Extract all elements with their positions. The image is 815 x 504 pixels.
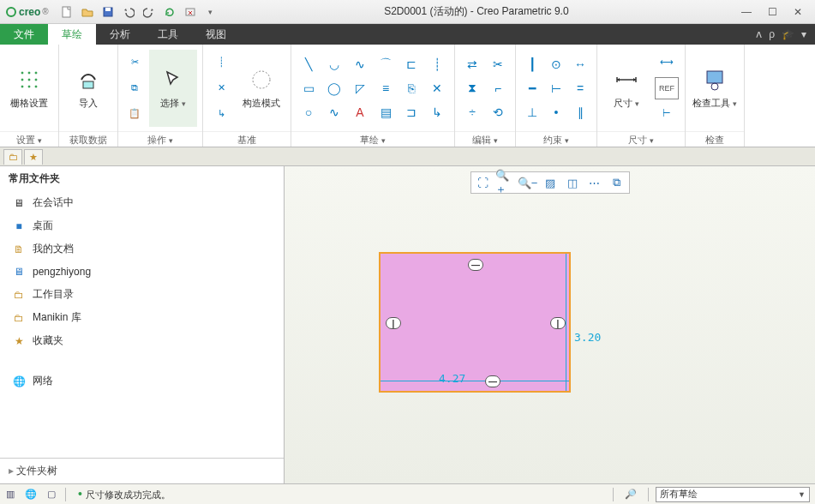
coinc-constraint-icon[interactable]: • — [545, 101, 567, 123]
delete-seg-icon[interactable]: ✂ — [486, 53, 510, 75]
group-label-dimension[interactable]: 尺寸 — [597, 131, 685, 147]
perp-constraint-icon[interactable]: ⊥ — [521, 101, 543, 123]
thicken-tool-icon[interactable]: ≡ — [374, 77, 398, 99]
nav-tab-folder-icon[interactable]: 🗀 — [3, 149, 22, 165]
group-label-edit[interactable]: 编辑 — [455, 131, 515, 147]
search-help-icon[interactable]: ρ — [769, 28, 775, 40]
sketch-rectangle[interactable] — [379, 252, 571, 393]
dimension-button[interactable]: 尺寸 — [602, 50, 650, 127]
ribbon-min-icon[interactable]: ʌ — [756, 28, 762, 40]
construction-mode-button[interactable]: 构造模式 — [237, 50, 285, 127]
group-label-operate[interactable]: 操作 — [118, 131, 202, 147]
close-window-icon[interactable] — [181, 3, 200, 21]
point-icon[interactable]: ✕ — [209, 77, 233, 99]
coord-tool-icon[interactable]: ↳ — [425, 101, 449, 123]
point-tool-icon[interactable]: ✕ — [425, 77, 449, 99]
spline-tool-icon[interactable]: ∿ — [348, 53, 372, 75]
datum-display-icon[interactable]: ⋯ — [584, 173, 605, 192]
sb-nav-icon[interactable]: ▥ — [0, 486, 21, 503]
tab-analysis[interactable]: 分析 — [96, 24, 144, 45]
palette-tool-icon[interactable]: ▤ — [374, 101, 398, 123]
maximize-button[interactable]: ☐ — [764, 6, 781, 18]
zoom-fit-icon[interactable]: ⛶ — [473, 173, 494, 192]
ord-dim-icon[interactable]: ⊢ — [655, 103, 679, 125]
folder-in-session[interactable]: 🖥在会话中 — [0, 191, 284, 214]
zoom-out-icon[interactable]: 🔍− — [518, 173, 538, 192]
dimension-height[interactable]: 3.20 — [574, 331, 601, 344]
qat-customize-icon[interactable]: ▾ — [201, 3, 220, 21]
sketch-geometry[interactable]: 4.27 3.20 — — | | — [379, 252, 574, 396]
redo-icon[interactable] — [140, 3, 159, 21]
vert-constraint-icon[interactable]: ┃ — [521, 53, 543, 75]
cut-icon[interactable]: ✂ — [123, 51, 147, 74]
offset-tool-icon[interactable]: ⊏ — [399, 53, 423, 75]
sb-browser-icon[interactable]: 🌐 — [21, 486, 41, 503]
centerline-icon[interactable]: ┊ — [209, 51, 233, 74]
select-button[interactable]: 选择 — [149, 50, 197, 127]
coord-icon[interactable]: ↳ — [209, 103, 233, 125]
corner-tool-icon[interactable]: ⌐ — [486, 77, 510, 99]
project-tool-icon[interactable]: ⎘ — [399, 77, 423, 99]
fillet-tool-icon[interactable]: ⌒ — [374, 53, 398, 75]
divide-tool-icon[interactable]: ÷ — [460, 101, 484, 123]
copy-icon[interactable]: ⧉ — [123, 77, 147, 99]
baseline-dim-icon[interactable]: ⟷ — [655, 51, 679, 74]
check-tools-button[interactable]: 检查工具 — [691, 50, 739, 127]
project2-tool-icon[interactable]: ⊐ — [399, 101, 423, 123]
parallel-constraint-icon[interactable]: ∥ — [569, 101, 591, 123]
annotation-display-icon[interactable]: ⧉ — [607, 173, 627, 192]
ref-dim-icon[interactable]: REF — [655, 77, 679, 99]
centerline-tool-icon[interactable]: ┊ — [425, 53, 449, 75]
selection-filter-combo[interactable]: 所有草绘 ▼ — [656, 487, 810, 502]
rect-tool-icon[interactable]: ▭ — [297, 77, 321, 99]
grid-settings-button[interactable]: 栅格设置 — [5, 50, 53, 127]
graphics-canvas[interactable]: ⛶ 🔍＋ 🔍− ▨ ◫ ⋯ ⧉ 4.27 3.20 — — | | — [285, 166, 815, 483]
spline2-tool-icon[interactable]: ∿ — [322, 101, 346, 123]
minimize-button[interactable]: — — [738, 6, 755, 18]
import-button[interactable]: 导入 — [64, 50, 112, 127]
folder-tree-toggle[interactable]: 文件夹树 — [0, 458, 284, 483]
constraint-marker-right[interactable]: | — [550, 317, 566, 329]
nav-tab-fav-icon[interactable]: ★ — [24, 149, 43, 165]
undo-icon[interactable] — [119, 3, 138, 21]
folder-desktop[interactable]: ■桌面 — [0, 214, 284, 237]
folder-working[interactable]: 🗀工作目录 — [0, 283, 284, 306]
repaint-icon[interactable]: ▨ — [540, 173, 560, 192]
ellipse-tool-icon[interactable]: ◯ — [322, 77, 346, 99]
modify-tool-icon[interactable]: ⇄ — [460, 53, 484, 75]
save-icon[interactable] — [99, 3, 117, 21]
constraint-marker-bottom[interactable]: — — [485, 375, 500, 387]
folder-manikin[interactable]: 🗀Manikin 库 — [0, 306, 284, 329]
display-style-icon[interactable]: ◫ — [562, 173, 583, 192]
paste-icon[interactable]: 📋 — [123, 103, 147, 125]
group-label-settings[interactable]: 设置 — [0, 131, 58, 147]
sb-find-icon[interactable]: 🔎 — [620, 486, 641, 503]
folder-documents[interactable]: 🗎我的文档 — [0, 237, 284, 261]
tab-sketch[interactable]: 草绘 — [48, 24, 96, 45]
constraint-marker-left[interactable]: | — [386, 317, 401, 329]
equal-constraint-icon[interactable]: = — [569, 77, 591, 99]
arc-tool-icon[interactable]: ◡ — [322, 53, 346, 75]
zoom-in-icon[interactable]: 🔍＋ — [495, 173, 516, 192]
sym-constraint-icon[interactable]: ↔ — [569, 53, 591, 75]
regen-icon[interactable] — [160, 3, 179, 21]
dimension-width[interactable]: 4.27 — [439, 372, 465, 385]
tab-view[interactable]: 视图 — [192, 24, 240, 45]
group-label-sketch[interactable]: 草绘 — [291, 131, 454, 147]
help-icon[interactable]: ▾ — [801, 28, 806, 40]
rotate-tool-icon[interactable]: ⟲ — [486, 101, 510, 123]
mid-constraint-icon[interactable]: ⊢ — [545, 77, 567, 99]
chamfer-tool-icon[interactable]: ◸ — [348, 77, 372, 99]
circle-tool-icon[interactable]: ○ — [297, 101, 321, 123]
tab-file[interactable]: 文件 — [0, 24, 48, 45]
sb-window-icon[interactable]: ▢ — [41, 486, 62, 503]
mirror-tool-icon[interactable]: ⧗ — [460, 77, 484, 99]
learn-icon[interactable]: 🎓 — [782, 28, 794, 40]
new-file-icon[interactable] — [57, 3, 76, 21]
folder-favorites[interactable]: ★收藏夹 — [0, 329, 284, 352]
line-tool-icon[interactable]: ╲ — [297, 53, 321, 75]
text-tool-icon[interactable]: A — [348, 101, 372, 123]
folder-network[interactable]: 🌐网络 — [0, 369, 284, 393]
close-button[interactable]: ✕ — [789, 6, 806, 18]
group-label-constrain[interactable]: 约束 — [516, 131, 596, 147]
